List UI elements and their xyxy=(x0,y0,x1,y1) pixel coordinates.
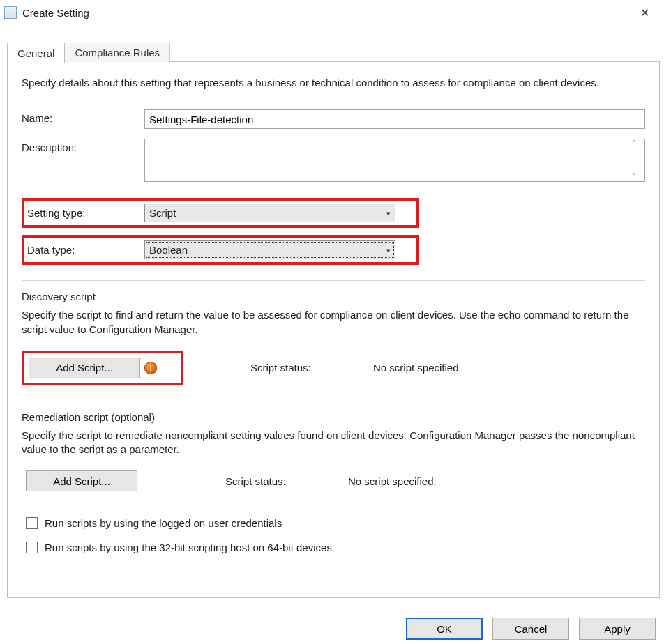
add-remediation-script-button[interactable]: Add Script... xyxy=(26,470,137,491)
window-title: Create Setting xyxy=(22,7,631,19)
warning-icon xyxy=(144,362,157,374)
row-name: Name: xyxy=(22,109,645,129)
row-run-as-user: Run scripts by using the logged on user … xyxy=(26,517,645,529)
remediation-status-label: Script status: xyxy=(225,475,344,487)
remediation-title: Remediation script (optional) xyxy=(22,411,645,423)
description-input[interactable] xyxy=(144,139,645,182)
row-description: Description: ˄ ˅ xyxy=(22,139,645,184)
discovery-status-label: Script status: xyxy=(250,362,369,374)
divider xyxy=(22,401,645,401)
row-setting-type: Setting type: Script ▾ xyxy=(22,198,419,228)
intro-text: Specify details about this setting that … xyxy=(22,76,645,90)
checkbox-run-as-user[interactable] xyxy=(26,517,38,529)
add-discovery-script-button[interactable]: Add Script... xyxy=(29,358,140,378)
divider xyxy=(22,280,645,281)
label-run-32bit: Run scripts by using the 32-bit scriptin… xyxy=(45,542,332,553)
remediation-desc: Specify the script to remediate noncompl… xyxy=(22,429,645,457)
close-button[interactable]: ✕ xyxy=(631,3,658,22)
setting-type-select[interactable]: Script ▾ xyxy=(144,204,395,222)
name-input[interactable] xyxy=(144,109,645,129)
tab-panel-general: Specify details about this setting that … xyxy=(7,61,660,598)
label-data-type: Data type: xyxy=(27,244,144,256)
row-data-type: Data type: Boolean ▾ xyxy=(22,235,419,265)
ok-button[interactable]: OK xyxy=(406,618,483,640)
label-description: Description: xyxy=(22,139,144,153)
remediation-status-value: No script specified. xyxy=(348,475,437,487)
label-name: Name: xyxy=(22,109,144,124)
checkbox-run-32bit[interactable] xyxy=(26,542,38,553)
chevron-down-icon: ▾ xyxy=(386,208,391,217)
highlight-add-script: Add Script... xyxy=(22,351,183,385)
setting-type-value: Script xyxy=(149,207,176,219)
data-type-select[interactable]: Boolean ▾ xyxy=(144,240,395,259)
cancel-button[interactable]: Cancel xyxy=(492,618,569,640)
tab-compliance-rules[interactable]: Compliance Rules xyxy=(64,43,170,62)
dialog-footer: OK Cancel Apply xyxy=(406,618,656,640)
apply-button[interactable]: Apply xyxy=(579,618,656,640)
data-type-value: Boolean xyxy=(149,244,188,256)
title-bar: Create Setting ✕ xyxy=(0,0,664,25)
app-icon xyxy=(4,6,17,19)
label-run-as-user: Run scripts by using the logged on user … xyxy=(45,517,282,529)
tab-general[interactable]: General xyxy=(7,43,65,63)
discovery-script-row: Add Script... Script status: No script s… xyxy=(22,351,645,385)
label-setting-type: Setting type: xyxy=(27,207,144,219)
close-icon: ✕ xyxy=(640,6,649,20)
remediation-script-row: Add Script... Script status: No script s… xyxy=(22,470,645,491)
discovery-status-value: No script specified. xyxy=(373,362,462,374)
discovery-title: Discovery script xyxy=(22,291,645,302)
row-run-32bit: Run scripts by using the 32-bit scriptin… xyxy=(26,542,645,553)
divider xyxy=(22,507,645,507)
discovery-desc: Specify the script to find and return th… xyxy=(22,308,645,337)
chevron-down-icon: ▾ xyxy=(386,245,391,254)
dialog-body: General Compliance Rules Specify details… xyxy=(0,25,664,598)
tab-strip: General Compliance Rules xyxy=(7,40,660,61)
